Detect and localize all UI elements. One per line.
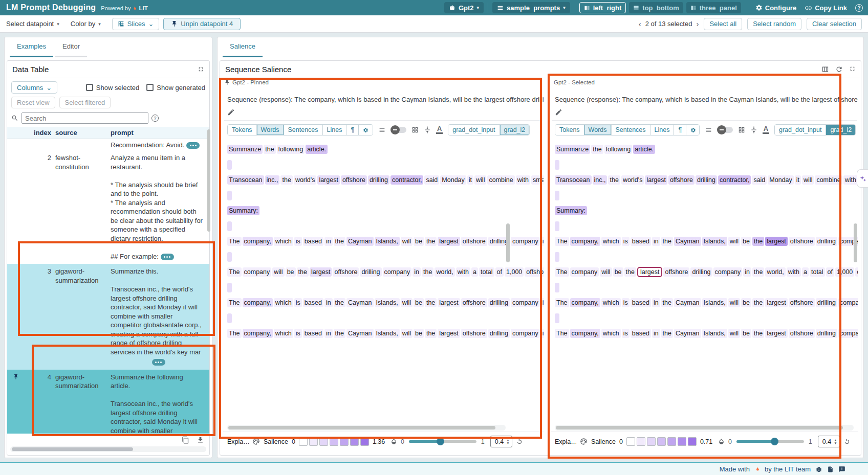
token[interactable]: inc., bbox=[593, 175, 607, 185]
token[interactable]: company, bbox=[570, 237, 600, 246]
token[interactable]: be bbox=[741, 237, 751, 246]
blank-line-token[interactable] bbox=[555, 313, 559, 323]
sync-icon[interactable] bbox=[835, 65, 843, 73]
token[interactable]: the bbox=[752, 329, 764, 338]
token[interactable]: in bbox=[324, 298, 333, 307]
ellipsis-badge[interactable] bbox=[152, 359, 165, 366]
token[interactable]: said bbox=[752, 175, 767, 185]
token[interactable]: world, bbox=[765, 267, 785, 277]
token[interactable]: offshore bbox=[333, 267, 359, 277]
download-icon[interactable] bbox=[197, 436, 204, 444]
token[interactable]: will bbox=[728, 329, 740, 338]
token[interactable]: is bbox=[622, 298, 630, 307]
edit-sequence-button[interactable] bbox=[223, 104, 241, 120]
token[interactable]: offshore bbox=[789, 298, 815, 307]
token[interactable]: Islands, bbox=[702, 298, 727, 307]
search-input[interactable] bbox=[21, 112, 148, 124]
prev-selection-icon[interactable]: ‹ bbox=[639, 19, 641, 28]
token[interactable]: offshore bbox=[461, 298, 487, 307]
token[interactable]: said bbox=[424, 175, 439, 185]
token[interactable]: in bbox=[743, 267, 751, 277]
layout-top_bottom[interactable]: top_bottom bbox=[629, 2, 683, 13]
token[interactable]: in bbox=[652, 298, 660, 307]
token[interactable]: the bbox=[752, 298, 764, 307]
token[interactable]: company, bbox=[243, 237, 273, 246]
token[interactable]: combine bbox=[487, 175, 514, 185]
blank-line-token[interactable] bbox=[555, 221, 559, 231]
vertical-scrollbar[interactable] bbox=[506, 223, 510, 262]
table-horizontal-scrollbar[interactable] bbox=[10, 446, 206, 452]
token[interactable]: Summarize bbox=[227, 145, 263, 154]
token[interactable]: Cayman bbox=[346, 329, 374, 338]
token[interactable]: with bbox=[787, 267, 801, 277]
copy-link-button[interactable]: Copy Link bbox=[805, 4, 847, 12]
token[interactable]: Cayman bbox=[346, 298, 374, 307]
token[interactable]: largest bbox=[765, 237, 788, 246]
token[interactable]: offshore bbox=[461, 329, 487, 338]
token[interactable]: the bbox=[334, 298, 345, 307]
token[interactable]: Islands, bbox=[375, 237, 400, 246]
token[interactable]: will bbox=[728, 237, 740, 246]
token[interactable]: smaller bbox=[531, 175, 544, 185]
token[interactable]: The bbox=[227, 267, 242, 277]
token[interactable]: the bbox=[425, 329, 437, 338]
token[interactable]: world's bbox=[294, 175, 317, 185]
column-header-prompt[interactable]: prompt bbox=[111, 129, 204, 137]
token[interactable]: article. bbox=[306, 145, 328, 154]
token[interactable]: it bbox=[467, 175, 473, 185]
token-options-gear-icon[interactable] bbox=[686, 125, 700, 135]
copy-icon[interactable] bbox=[182, 436, 189, 444]
token[interactable]: offshore bbox=[855, 267, 858, 277]
token[interactable]: the bbox=[422, 267, 433, 277]
vertical-scrollbar[interactable] bbox=[854, 223, 857, 262]
edit-sequence-button[interactable] bbox=[551, 104, 568, 120]
blank-line-token[interactable] bbox=[555, 160, 559, 170]
token[interactable]: the bbox=[425, 237, 437, 246]
token[interactable]: the bbox=[752, 267, 764, 277]
token[interactable]: following bbox=[277, 145, 305, 154]
token[interactable]: will bbox=[802, 175, 814, 185]
token[interactable]: drilling bbox=[816, 237, 837, 246]
token[interactable]: the bbox=[608, 175, 620, 185]
token[interactable]: The bbox=[555, 237, 569, 246]
show-selected-checkbox[interactable] bbox=[86, 84, 93, 91]
token[interactable]: largest bbox=[645, 175, 667, 185]
focus-toggle[interactable] bbox=[391, 127, 406, 133]
reset-icon[interactable] bbox=[843, 438, 851, 445]
columns-button[interactable]: Columns ⌄ bbox=[11, 81, 57, 94]
granularity-sentences[interactable]: Sentences bbox=[284, 125, 323, 135]
token[interactable]: it bbox=[795, 175, 801, 185]
token[interactable]: offshore bbox=[663, 267, 689, 277]
expand-icon[interactable] bbox=[849, 65, 856, 73]
token[interactable]: largest bbox=[438, 329, 460, 338]
token[interactable]: be bbox=[741, 298, 751, 307]
granularity-¶[interactable]: ¶ bbox=[346, 125, 359, 135]
token[interactable]: 1,000 bbox=[505, 267, 524, 277]
token[interactable]: Islands, bbox=[375, 329, 400, 338]
threshold-input[interactable]: 0.4 ▲▼ bbox=[818, 436, 840, 447]
granularity-tokens[interactable]: Tokens bbox=[228, 125, 257, 135]
token[interactable]: which bbox=[601, 237, 621, 246]
token[interactable]: Summarize bbox=[555, 145, 590, 154]
blank-line-token[interactable] bbox=[227, 191, 232, 200]
reset-icon[interactable] bbox=[516, 438, 523, 445]
select-random-button[interactable]: Select random bbox=[747, 18, 801, 30]
token[interactable]: is bbox=[622, 237, 630, 246]
column-view-icon[interactable] bbox=[821, 65, 829, 73]
token[interactable]: be bbox=[741, 329, 751, 338]
dataset-selector[interactable]: sample_prompts ▾ bbox=[492, 2, 570, 13]
token[interactable]: the bbox=[661, 329, 673, 338]
configure-button[interactable]: Configure bbox=[755, 4, 796, 12]
token[interactable]: the bbox=[661, 298, 673, 307]
token[interactable]: the bbox=[334, 237, 345, 246]
column-header-source[interactable]: source bbox=[55, 129, 106, 137]
token-options-gear-icon[interactable] bbox=[359, 125, 373, 135]
token[interactable]: be bbox=[414, 298, 424, 307]
token[interactable]: Summary: bbox=[227, 206, 259, 215]
token[interactable]: will bbox=[401, 329, 413, 338]
token[interactable]: the bbox=[280, 175, 292, 185]
token[interactable]: drilling bbox=[360, 267, 381, 277]
granularity-lines[interactable]: Lines bbox=[650, 125, 675, 135]
token[interactable]: in bbox=[652, 329, 660, 338]
token[interactable]: largest bbox=[438, 237, 460, 246]
